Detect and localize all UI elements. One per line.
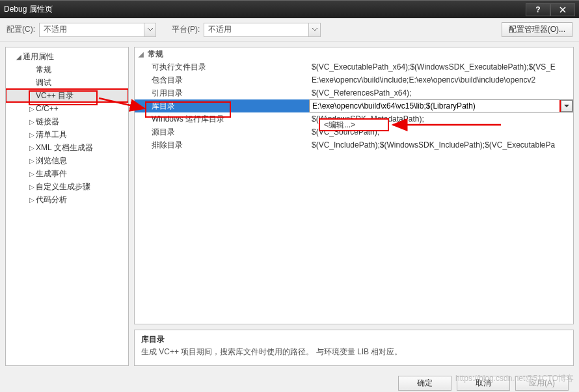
tree-item-label: XML 文档生成器 xyxy=(36,142,93,153)
expand-icon: ▷ xyxy=(28,118,36,125)
help-button[interactable]: ? xyxy=(526,3,550,16)
tree-item[interactable]: ▷浏览信息 xyxy=(6,154,128,167)
description-panel: 库目录 生成 VC++ 项目期间，搜索库文件时使用的路径。 与环境变量 LIB … xyxy=(134,330,574,366)
close-button[interactable] xyxy=(550,3,575,16)
tree-root-label: 通用属性 xyxy=(23,51,54,62)
tree-item-label: 调试 xyxy=(36,77,51,88)
config-label: 配置(C): xyxy=(7,24,35,35)
property-label: 排除目录 xyxy=(135,138,309,151)
tree-item-label: 浏览信息 xyxy=(36,155,67,166)
property-value[interactable]: $(VC_IncludePath);$(WindowsSDK_IncludePa… xyxy=(309,138,573,151)
tree-item-label: 清单工具 xyxy=(36,129,67,140)
tree-item[interactable]: ▷自定义生成步骤 xyxy=(6,180,128,193)
property-row[interactable]: 排除目录$(VC_IncludePath);$(WindowsSDK_Inclu… xyxy=(135,138,573,151)
platform-combobox[interactable]: 不适用 xyxy=(204,23,321,37)
description-title: 库目录 xyxy=(141,334,567,345)
tree-item[interactable]: ▷XML 文档生成器 xyxy=(6,141,128,154)
expand-icon: ▷ xyxy=(28,131,36,138)
tree-item[interactable]: VC++ 目录 xyxy=(6,89,128,102)
property-value[interactable]: E:\exe\opencv\build\include;E:\exe\openc… xyxy=(309,73,573,86)
edit-option-label: <编辑...> xyxy=(324,120,355,131)
close-icon xyxy=(559,7,566,13)
tree-item-label: 常规 xyxy=(36,64,51,75)
collapse-icon: ◢ xyxy=(139,51,146,58)
grid-category[interactable]: ◢ 常规 xyxy=(135,47,573,60)
collapse-icon: ◢ xyxy=(15,53,23,60)
chevron-down-icon xyxy=(144,23,155,36)
ok-button[interactable]: 确定 xyxy=(398,376,451,391)
edit-dropdown-item[interactable]: <编辑...> xyxy=(319,118,389,131)
tree-item[interactable]: 调试 xyxy=(6,76,128,89)
tree-item[interactable]: 常规 xyxy=(6,63,128,76)
tree-item[interactable]: ▷代码分析 xyxy=(6,193,128,206)
nav-tree: ◢ 通用属性 常规调试VC++ 目录▷C/C++▷链接器▷清单工具▷XML 文档… xyxy=(5,47,129,366)
expand-icon: ▷ xyxy=(28,183,36,190)
property-row[interactable]: 包含目录E:\exe\opencv\build\include;E:\exe\o… xyxy=(135,73,573,86)
tree-item[interactable]: ▷生成事件 xyxy=(6,167,128,180)
expand-icon: ▷ xyxy=(28,144,36,151)
tree-item-label: 自定义生成步骤 xyxy=(36,181,90,192)
tree-item-label: C/C++ xyxy=(36,104,59,113)
watermark: https://blog.csdn.net@51CTO博客 xyxy=(455,373,574,384)
expand-icon: ▷ xyxy=(28,196,36,203)
property-row[interactable]: 可执行文件目录$(VC_ExecutablePath_x64);$(Window… xyxy=(135,60,573,73)
property-value[interactable]: $(VC_ReferencesPath_x64); xyxy=(309,86,573,99)
property-grid: ◢ 常规 可执行文件目录$(VC_ExecutablePath_x64);$(W… xyxy=(134,47,574,324)
tree-item[interactable]: ▷清单工具 xyxy=(6,128,128,141)
title-bar: Debug 属性页 ? xyxy=(0,0,579,18)
tree-item-label: 代码分析 xyxy=(36,194,67,205)
expand-icon: ▷ xyxy=(28,157,36,164)
toolbar: 配置(C): 不适用 平台(P): 不适用 配置管理器(O)... xyxy=(0,18,579,42)
property-value[interactable]: $(VC_ExecutablePath_x64);$(WindowsSDK_Ex… xyxy=(309,60,573,73)
property-label: 包含目录 xyxy=(135,73,309,86)
config-value: 不适用 xyxy=(44,24,67,35)
chevron-down-icon xyxy=(308,23,320,36)
expand-icon: ▷ xyxy=(28,170,36,177)
property-label: 库目录 xyxy=(135,99,309,112)
grid-category-label: 常规 xyxy=(148,49,163,60)
property-row[interactable]: 引用目录$(VC_ReferencesPath_x64); xyxy=(135,86,573,99)
platform-value: 不适用 xyxy=(208,24,232,35)
tree-root[interactable]: ◢ 通用属性 xyxy=(6,50,128,63)
tree-item[interactable]: ▷C/C++ xyxy=(6,102,128,115)
property-label: 源目录 xyxy=(135,125,309,138)
property-label: Windows 运行库目录 xyxy=(135,112,309,125)
property-dropdown-button[interactable] xyxy=(561,100,572,112)
tree-item-label: 链接器 xyxy=(36,116,59,127)
config-combobox[interactable]: 不适用 xyxy=(39,23,156,37)
expand-icon: ▷ xyxy=(28,105,36,112)
chevron-down-icon xyxy=(564,105,569,108)
description-text: 生成 VC++ 项目期间，搜索库文件时使用的路径。 与环境变量 LIB 相对应。 xyxy=(141,346,567,358)
tree-item-label: VC++ 目录 xyxy=(36,90,74,101)
platform-label: 平台(P): xyxy=(172,24,200,35)
property-row[interactable]: 库目录E:\exe\opencv\build\x64\vc15\lib;$(Li… xyxy=(135,99,573,112)
property-value[interactable]: E:\exe\opencv\build\x64\vc15\lib;$(Libra… xyxy=(309,99,573,112)
property-label: 可执行文件目录 xyxy=(135,60,309,73)
tree-item[interactable]: ▷链接器 xyxy=(6,115,128,128)
property-label: 引用目录 xyxy=(135,86,309,99)
window-title: Debug 属性页 xyxy=(4,4,526,15)
tree-item-label: 生成事件 xyxy=(36,168,67,179)
config-manager-button[interactable]: 配置管理器(O)... xyxy=(502,22,572,37)
